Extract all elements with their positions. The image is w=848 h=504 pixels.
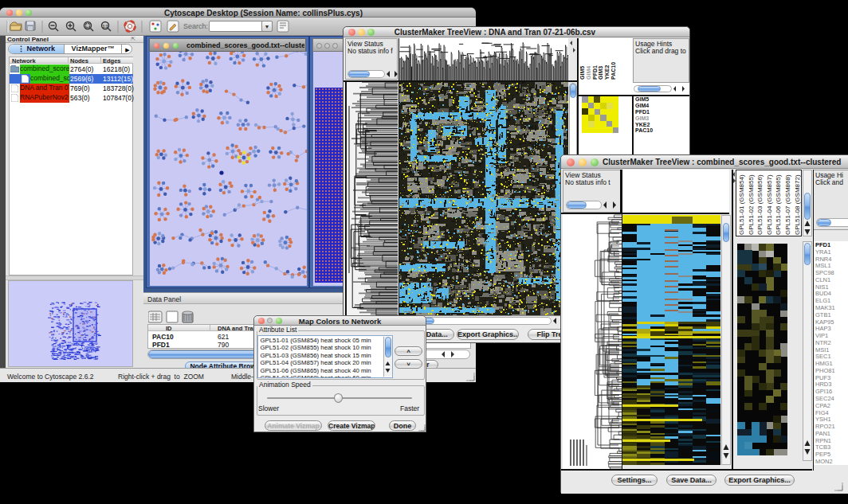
svg-text:1:1: 1:1 [102, 24, 108, 29]
